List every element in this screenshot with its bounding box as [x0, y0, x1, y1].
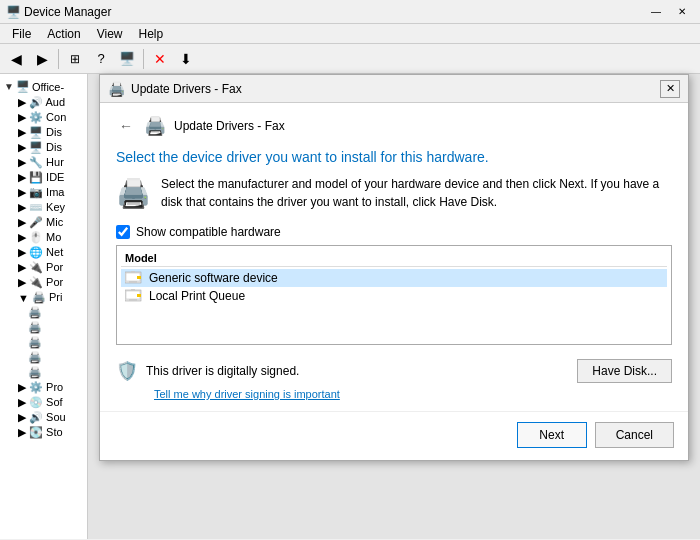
menu-bar: File Action View Help — [0, 24, 700, 44]
tree-item-pri-sub3[interactable]: 🖨️ — [0, 335, 87, 350]
app-icon: 🖥️ — [6, 5, 20, 19]
main-layout: ▼ 🖥️ Office- ▶ 🔊 Aud ▶ ⚙️ Con ▶ 🖥️ Dis ▶… — [0, 74, 700, 539]
forward-toolbar-btn[interactable]: ▶ — [30, 47, 54, 71]
tree-item-ima[interactable]: ▶ 📷 Ima — [0, 185, 87, 200]
tree-root-label: Office- — [32, 81, 64, 93]
close-button[interactable]: ✕ — [670, 4, 694, 20]
dialog-title-icon: 🖨️ — [108, 81, 125, 97]
model-row-local[interactable]: Local Print Queue — [121, 287, 667, 305]
svg-rect-8 — [131, 289, 135, 291]
dialog-subtitle-text: Update Drivers - Fax — [174, 119, 285, 133]
tree-item-pri-sub4[interactable]: 🖨️ — [0, 350, 87, 365]
menu-view[interactable]: View — [89, 25, 131, 43]
dialog-content: ← 🖨️ Update Drivers - Fax Select the dev… — [100, 103, 688, 411]
device-toolbar-btn[interactable]: 🖥️ — [115, 47, 139, 71]
model-icon-local — [125, 289, 143, 303]
printer-illustration-icon: 🖨️ — [116, 177, 151, 210]
back-toolbar-btn[interactable]: ◀ — [4, 47, 28, 71]
dialog-back-bar: ← 🖨️ Update Drivers - Fax — [116, 115, 672, 137]
menu-action[interactable]: Action — [39, 25, 88, 43]
dialog-footer: Next Cancel — [100, 411, 688, 460]
cancel-button[interactable]: Cancel — [595, 422, 674, 448]
svg-rect-9 — [137, 294, 141, 297]
svg-rect-2 — [129, 281, 137, 283]
minimize-button[interactable]: — — [644, 4, 668, 20]
device-tree: ▼ 🖥️ Office- ▶ 🔊 Aud ▶ ⚙️ Con ▶ 🖥️ Dis ▶… — [0, 74, 88, 539]
show-compatible-label: Show compatible hardware — [136, 225, 281, 239]
shield-icon: 🛡️ — [116, 360, 138, 382]
tree-item-hur[interactable]: ▶ 🔧 Hur — [0, 155, 87, 170]
tree-item-pri-sub5[interactable]: 🖨️ — [0, 365, 87, 380]
have-disk-button[interactable]: Have Disk... — [577, 359, 672, 383]
tree-item-dis1[interactable]: ▶ 🖥️ Dis — [0, 125, 87, 140]
toolbar: ◀ ▶ ⊞ ? 🖥️ ✕ ⬇ — [0, 44, 700, 74]
toolbar-sep-2 — [143, 49, 144, 69]
svg-rect-7 — [129, 299, 137, 301]
toolbar-sep-1 — [58, 49, 59, 69]
title-controls: — ✕ — [644, 4, 694, 20]
tree-root-icon: 🖥️ — [16, 80, 30, 93]
dialog-blue-heading: Select the device driver you want to ins… — [116, 149, 672, 165]
tree-item-sof[interactable]: ▶ 💿 Sof — [0, 395, 87, 410]
dialog-subtitle-row: 🖨️ Update Drivers - Fax — [144, 115, 285, 137]
dialog-close-button[interactable]: ✕ — [660, 80, 680, 98]
tree-item-con[interactable]: ▶ ⚙️ Con — [0, 110, 87, 125]
model-listbox[interactable]: Model Generic software device — [116, 245, 672, 345]
instruction-row: 🖨️ Select the manufacturer and model of … — [116, 175, 672, 211]
model-icon-generic — [125, 271, 143, 285]
tree-item-mic[interactable]: ▶ 🎤 Mic — [0, 215, 87, 230]
tree-item-sou[interactable]: ▶ 🔊 Sou — [0, 410, 87, 425]
signed-left: 🛡️ This driver is digitally signed. — [116, 360, 299, 382]
instruction-text: Select the manufacturer and model of you… — [161, 175, 672, 211]
dialog-title-text: Update Drivers - Fax — [131, 82, 660, 96]
signed-text: This driver is digitally signed. — [146, 364, 299, 378]
tree-item-pri-sub1[interactable]: 🖨️ — [0, 305, 87, 320]
tree-item-por2[interactable]: ▶ 🔌 Por — [0, 275, 87, 290]
tree-root-node[interactable]: ▼ 🖥️ Office- — [0, 78, 87, 95]
signing-link-row: Tell me why driver signing is important — [116, 387, 672, 401]
tree-expand-icon: ▼ — [4, 81, 14, 92]
tree-item-por1[interactable]: ▶ 🔌 Por — [0, 260, 87, 275]
uninstall-toolbar-btn[interactable]: ✕ — [148, 47, 172, 71]
svg-rect-3 — [131, 271, 135, 273]
tree-item-pro[interactable]: ▶ ⚙️ Pro — [0, 380, 87, 395]
tree-item-key[interactable]: ▶ ⌨️ Key — [0, 200, 87, 215]
signing-link[interactable]: Tell me why driver signing is important — [154, 388, 340, 400]
tree-item-dis2[interactable]: ▶ 🖥️ Dis — [0, 140, 87, 155]
show-compatible-checkbox[interactable] — [116, 225, 130, 239]
tree-item-aud[interactable]: ▶ 🔊 Aud — [0, 95, 87, 110]
update-toolbar-btn[interactable]: ⬇ — [174, 47, 198, 71]
model-col-header: Model — [121, 250, 667, 267]
next-button[interactable]: Next — [517, 422, 587, 448]
help-toolbar-btn[interactable]: ? — [89, 47, 113, 71]
signed-row: 🛡️ This driver is digitally signed. Have… — [116, 359, 672, 383]
model-row-generic[interactable]: Generic software device — [121, 269, 667, 287]
tree-item-sto[interactable]: ▶ 💽 Sto — [0, 425, 87, 440]
app-title: Device Manager — [24, 5, 644, 19]
show-compatible-row: Show compatible hardware — [116, 225, 672, 239]
tree-item-net[interactable]: ▶ 🌐 Net — [0, 245, 87, 260]
tree-item-pri-sub2[interactable]: 🖨️ — [0, 320, 87, 335]
tree-item-mo[interactable]: ▶ 🖱️ Mo — [0, 230, 87, 245]
menu-file[interactable]: File — [4, 25, 39, 43]
dialog-title-bar: 🖨️ Update Drivers - Fax ✕ — [100, 75, 688, 103]
dialog-subtitle-icon: 🖨️ — [144, 115, 166, 137]
dialog-back-button[interactable]: ← — [116, 116, 136, 136]
update-drivers-dialog: 🖨️ Update Drivers - Fax ✕ ← 🖨️ Update Dr… — [99, 74, 689, 461]
svg-rect-4 — [137, 276, 141, 279]
tree-item-ide[interactable]: ▶ 💾 IDE — [0, 170, 87, 185]
tree-item-pri[interactable]: ▼ 🖨️ Pri — [0, 290, 87, 305]
title-bar: 🖥️ Device Manager — ✕ — [0, 0, 700, 24]
dialog-overlay: 🖨️ Update Drivers - Fax ✕ ← 🖨️ Update Dr… — [88, 74, 700, 539]
properties-toolbar-btn[interactable]: ⊞ — [63, 47, 87, 71]
menu-help[interactable]: Help — [131, 25, 172, 43]
